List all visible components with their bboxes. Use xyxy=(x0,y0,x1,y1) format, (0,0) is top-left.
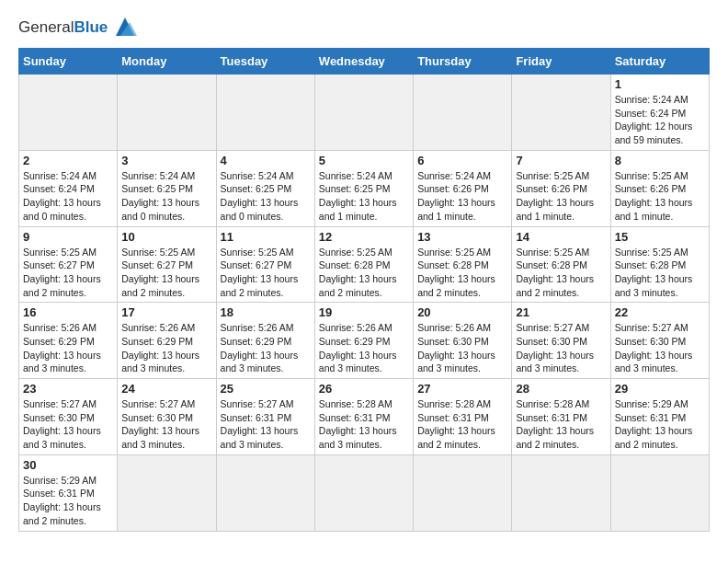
calendar-cell: 18Sunrise: 5:26 AMSunset: 6:29 PMDayligh… xyxy=(216,303,314,379)
day-number: 23 xyxy=(23,382,113,396)
day-number: 12 xyxy=(319,230,409,244)
day-info: Sunrise: 5:25 AMSunset: 6:26 PMDaylight:… xyxy=(516,169,606,224)
day-info: Sunrise: 5:29 AMSunset: 6:31 PMDaylight:… xyxy=(615,397,705,452)
day-info: Sunrise: 5:27 AMSunset: 6:30 PMDaylight:… xyxy=(121,397,211,452)
day-info: Sunrise: 5:26 AMSunset: 6:30 PMDaylight:… xyxy=(417,321,507,375)
day-number: 7 xyxy=(516,154,606,167)
header-sunday: Sunday xyxy=(19,49,118,75)
logo-blue-text: Blue xyxy=(74,18,108,36)
header-saturday: Saturday xyxy=(610,49,709,75)
logo-text: GeneralBlue xyxy=(18,19,108,37)
calendar-cell: 2Sunrise: 5:24 AMSunset: 6:24 PMDaylight… xyxy=(19,150,118,226)
day-info: Sunrise: 5:25 AMSunset: 6:27 PMDaylight:… xyxy=(221,246,311,300)
calendar-cell: 29Sunrise: 5:29 AMSunset: 6:31 PMDayligh… xyxy=(610,379,709,455)
day-info: Sunrise: 5:26 AMSunset: 6:29 PMDaylight:… xyxy=(319,321,409,375)
day-number: 24 xyxy=(121,382,211,396)
calendar-cell xyxy=(216,75,314,151)
calendar-cell xyxy=(216,454,314,531)
calendar-cell: 30Sunrise: 5:29 AMSunset: 6:31 PMDayligh… xyxy=(19,454,118,531)
calendar-cell: 7Sunrise: 5:25 AMSunset: 6:26 PMDaylight… xyxy=(512,150,610,226)
day-info: Sunrise: 5:24 AMSunset: 6:25 PMDaylight:… xyxy=(319,169,409,224)
calendar-cell xyxy=(512,454,610,531)
calendar-cell xyxy=(512,75,610,151)
day-number: 3 xyxy=(121,154,211,167)
calendar-week-5: 23Sunrise: 5:27 AMSunset: 6:30 PMDayligh… xyxy=(19,379,710,455)
day-number: 29 xyxy=(615,382,705,396)
calendar-week-6: 30Sunrise: 5:29 AMSunset: 6:31 PMDayligh… xyxy=(19,454,710,531)
day-info: Sunrise: 5:27 AMSunset: 6:30 PMDaylight:… xyxy=(615,321,705,375)
day-number: 11 xyxy=(221,230,311,244)
calendar-cell: 11Sunrise: 5:25 AMSunset: 6:27 PMDayligh… xyxy=(216,226,314,303)
calendar-cell: 3Sunrise: 5:24 AMSunset: 6:25 PMDaylight… xyxy=(118,150,216,226)
calendar-cell: 12Sunrise: 5:25 AMSunset: 6:28 PMDayligh… xyxy=(314,226,413,303)
day-info: Sunrise: 5:25 AMSunset: 6:27 PMDaylight:… xyxy=(23,246,113,300)
calendar-cell xyxy=(314,75,413,151)
header-wednesday: Wednesday xyxy=(314,49,413,75)
day-number: 19 xyxy=(319,305,409,319)
day-number: 28 xyxy=(516,382,606,396)
calendar-cell: 28Sunrise: 5:28 AMSunset: 6:31 PMDayligh… xyxy=(512,379,610,455)
header: GeneralBlue xyxy=(18,15,710,40)
day-info: Sunrise: 5:27 AMSunset: 6:30 PMDaylight:… xyxy=(23,397,113,452)
day-info: Sunrise: 5:25 AMSunset: 6:28 PMDaylight:… xyxy=(417,246,507,300)
logo-icon xyxy=(111,13,139,40)
calendar-cell: 10Sunrise: 5:25 AMSunset: 6:27 PMDayligh… xyxy=(118,226,216,303)
day-info: Sunrise: 5:28 AMSunset: 6:31 PMDaylight:… xyxy=(516,397,606,452)
day-number: 13 xyxy=(417,230,507,244)
day-number: 5 xyxy=(319,154,409,167)
day-number: 6 xyxy=(417,154,507,167)
calendar-cell: 13Sunrise: 5:25 AMSunset: 6:28 PMDayligh… xyxy=(414,226,512,303)
day-info: Sunrise: 5:29 AMSunset: 6:31 PMDaylight:… xyxy=(23,474,113,528)
logo: GeneralBlue xyxy=(18,15,139,40)
day-info: Sunrise: 5:26 AMSunset: 6:29 PMDaylight:… xyxy=(221,321,311,375)
day-info: Sunrise: 5:28 AMSunset: 6:31 PMDaylight:… xyxy=(319,397,409,452)
calendar-week-4: 16Sunrise: 5:26 AMSunset: 6:29 PMDayligh… xyxy=(19,303,710,379)
day-number: 25 xyxy=(221,382,311,396)
day-info: Sunrise: 5:24 AMSunset: 6:25 PMDaylight:… xyxy=(121,169,211,224)
day-info: Sunrise: 5:28 AMSunset: 6:31 PMDaylight:… xyxy=(417,397,507,452)
calendar-cell: 17Sunrise: 5:26 AMSunset: 6:29 PMDayligh… xyxy=(118,303,216,379)
calendar-cell: 20Sunrise: 5:26 AMSunset: 6:30 PMDayligh… xyxy=(414,303,512,379)
calendar-cell: 15Sunrise: 5:25 AMSunset: 6:28 PMDayligh… xyxy=(610,226,709,303)
day-number: 30 xyxy=(23,458,113,472)
calendar-cell: 26Sunrise: 5:28 AMSunset: 6:31 PMDayligh… xyxy=(314,379,413,455)
day-number: 16 xyxy=(23,305,113,319)
day-info: Sunrise: 5:25 AMSunset: 6:27 PMDaylight:… xyxy=(121,246,211,300)
day-number: 4 xyxy=(221,154,311,167)
day-info: Sunrise: 5:26 AMSunset: 6:29 PMDaylight:… xyxy=(121,321,211,375)
header-thursday: Thursday xyxy=(414,49,512,75)
day-info: Sunrise: 5:27 AMSunset: 6:31 PMDaylight:… xyxy=(221,397,311,452)
calendar-table: SundayMondayTuesdayWednesdayThursdayFrid… xyxy=(18,48,710,532)
day-info: Sunrise: 5:25 AMSunset: 6:28 PMDaylight:… xyxy=(516,246,606,300)
day-number: 14 xyxy=(516,230,606,244)
day-info: Sunrise: 5:24 AMSunset: 6:24 PMDaylight:… xyxy=(615,93,705,147)
day-number: 15 xyxy=(615,230,705,244)
day-number: 18 xyxy=(221,305,311,319)
calendar-cell: 4Sunrise: 5:24 AMSunset: 6:25 PMDaylight… xyxy=(216,150,314,226)
calendar-cell xyxy=(19,75,118,151)
calendar-cell: 1Sunrise: 5:24 AMSunset: 6:24 PMDaylight… xyxy=(610,75,709,151)
calendar-cell: 22Sunrise: 5:27 AMSunset: 6:30 PMDayligh… xyxy=(610,303,709,379)
day-number: 10 xyxy=(121,230,211,244)
day-info: Sunrise: 5:24 AMSunset: 6:24 PMDaylight:… xyxy=(23,169,113,224)
calendar-cell: 24Sunrise: 5:27 AMSunset: 6:30 PMDayligh… xyxy=(118,379,216,455)
day-number: 2 xyxy=(23,154,113,167)
day-info: Sunrise: 5:24 AMSunset: 6:26 PMDaylight:… xyxy=(417,169,507,224)
day-info: Sunrise: 5:25 AMSunset: 6:26 PMDaylight:… xyxy=(615,169,705,224)
header-monday: Monday xyxy=(118,49,216,75)
calendar-cell xyxy=(414,454,512,531)
day-number: 1 xyxy=(615,77,705,91)
calendar-week-2: 2Sunrise: 5:24 AMSunset: 6:24 PMDaylight… xyxy=(19,150,710,226)
day-number: 20 xyxy=(417,305,507,319)
day-number: 17 xyxy=(121,305,211,319)
day-info: Sunrise: 5:25 AMSunset: 6:28 PMDaylight:… xyxy=(615,246,705,300)
calendar-cell: 21Sunrise: 5:27 AMSunset: 6:30 PMDayligh… xyxy=(512,303,610,379)
header-friday: Friday xyxy=(512,49,610,75)
calendar-cell xyxy=(118,75,216,151)
calendar-cell: 8Sunrise: 5:25 AMSunset: 6:26 PMDaylight… xyxy=(610,150,709,226)
calendar-cell: 16Sunrise: 5:26 AMSunset: 6:29 PMDayligh… xyxy=(19,303,118,379)
day-number: 8 xyxy=(615,154,705,167)
day-number: 9 xyxy=(23,230,113,244)
day-number: 22 xyxy=(615,305,705,319)
calendar-cell xyxy=(314,454,413,531)
